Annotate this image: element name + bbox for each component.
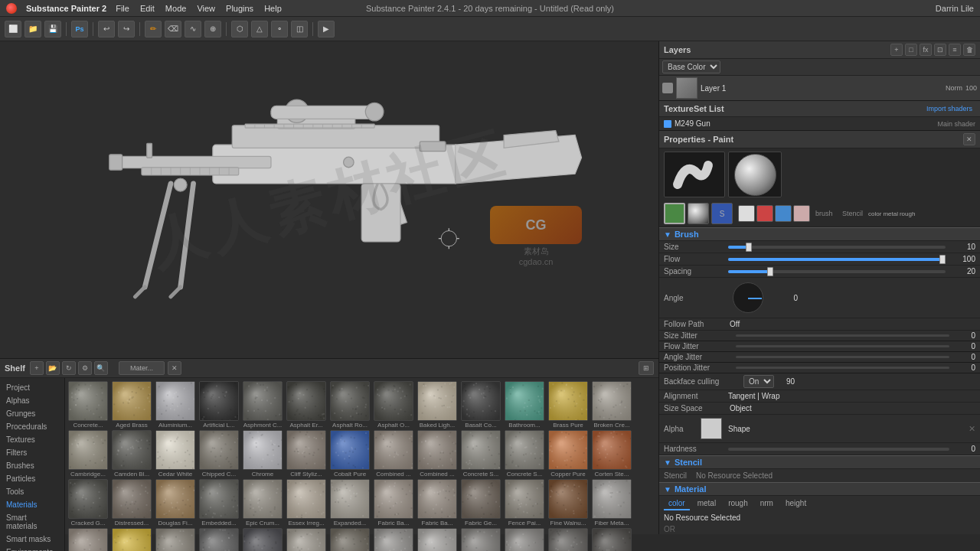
material-item-43[interactable]: Gunmetal ... xyxy=(243,528,285,551)
material-item-14[interactable]: Camden Bl... xyxy=(112,430,154,478)
material-item-45[interactable]: Hardened... xyxy=(330,528,372,551)
shelf-nav-filters[interactable]: Filters xyxy=(0,446,64,459)
material-item-37[interactable]: Fine Walnu... xyxy=(548,479,590,527)
shelf-material-filter[interactable]: Mater... xyxy=(119,361,165,375)
material-item-49[interactable]: Iron Grinded xyxy=(505,528,547,551)
material-item-4[interactable]: Asphmont C... xyxy=(243,381,285,429)
shelf-nav-procedurals[interactable]: Procedurals xyxy=(0,420,64,433)
brush-toggle[interactable]: ▼ xyxy=(664,230,671,239)
material-item-50[interactable]: Iron Hamm... xyxy=(548,528,590,551)
material-item-1[interactable]: Aged Brass xyxy=(112,381,154,429)
material-tab-height[interactable]: height xyxy=(781,497,811,510)
shelf-nav-environments[interactable]: Environments xyxy=(0,546,64,551)
menu-edit[interactable]: Edit xyxy=(140,4,155,13)
material-item-46[interactable]: Iron Brushed xyxy=(374,528,416,551)
shelf-content[interactable]: Concrete...Aged BrassAluminium...Artific… xyxy=(65,378,658,551)
toolbar-new[interactable]: ⬜ xyxy=(5,21,21,37)
blend-mode-select[interactable]: Base Color Normal Multiply xyxy=(662,60,720,73)
material-item-8[interactable]: Baked Ligh... xyxy=(417,381,459,429)
shelf-nav-project[interactable]: Project xyxy=(0,381,64,394)
material-item-40[interactable]: Gold Pure xyxy=(112,528,154,551)
material-item-2[interactable]: Aluminium... xyxy=(155,381,198,429)
material-item-9[interactable]: Basalt Co... xyxy=(461,381,503,429)
layers-filter-btn[interactable]: ≡ xyxy=(949,44,961,56)
layers-effects-btn[interactable]: fx xyxy=(920,44,932,56)
shelf-grid-toggle[interactable]: ⊞ xyxy=(639,361,654,375)
flow-slider[interactable] xyxy=(728,258,946,261)
shelf-nav-smart-materials[interactable]: Smart materials xyxy=(0,511,64,533)
material-item-5[interactable]: Asphalt Er... xyxy=(286,381,328,429)
material-item-51[interactable]: Iron Powd... xyxy=(592,528,634,551)
material-item-47[interactable]: Iron Galva... xyxy=(417,528,459,551)
material-item-13[interactable]: Cambridge... xyxy=(68,430,110,478)
stencil-toggle[interactable]: ▼ xyxy=(664,458,671,467)
menu-plugins[interactable]: Plugins xyxy=(226,4,253,13)
menu-file[interactable]: File xyxy=(116,4,129,13)
material-item-24[interactable]: Copper Pure xyxy=(548,430,590,478)
shelf-folder-btn[interactable]: 📂 xyxy=(46,361,60,375)
material-tab-rough[interactable]: rough xyxy=(724,497,753,510)
toolbar-save[interactable]: 💾 xyxy=(44,21,61,37)
material-item-18[interactable]: Cliff Styliz... xyxy=(286,430,328,478)
material-item-35[interactable]: Fabric Ge... xyxy=(461,479,503,527)
material-item-38[interactable]: Fiber Meta... xyxy=(592,479,634,527)
shelf-settings-btn[interactable]: ⚙ xyxy=(78,361,92,375)
material-item-22[interactable]: Concrete S... xyxy=(461,430,503,478)
toolbar-open[interactable]: 📁 xyxy=(24,21,41,37)
material-tab-color[interactable]: color xyxy=(664,497,690,510)
swatch-white[interactable] xyxy=(738,205,755,222)
toolbar-geometry[interactable]: ◫ xyxy=(291,21,308,37)
channel-brush-icon[interactable] xyxy=(664,203,685,224)
material-item-12[interactable]: Broken Cre... xyxy=(592,381,634,429)
swatch-blue[interactable] xyxy=(775,205,792,222)
material-item-16[interactable]: Chipped C... xyxy=(199,430,241,478)
import-shaders-btn[interactable]: Import shaders xyxy=(923,103,975,114)
hardness-slider[interactable] xyxy=(728,448,949,451)
material-item-11[interactable]: Brass Pure xyxy=(548,381,590,429)
flow-slider-handle[interactable] xyxy=(939,255,946,264)
backface-culling-select[interactable]: OnOff xyxy=(743,375,774,388)
swatch-red[interactable] xyxy=(756,205,773,222)
material-item-0[interactable]: Concrete... xyxy=(68,381,110,429)
toolbar-ps[interactable]: Ps xyxy=(71,21,88,37)
material-item-41[interactable]: Gravel xyxy=(155,528,198,551)
material-item-39[interactable]: Glazed He... xyxy=(68,528,110,551)
material-item-31[interactable]: Essex Irreg... xyxy=(286,479,328,527)
size-slider[interactable] xyxy=(728,246,946,249)
layers-delete-btn[interactable]: 🗑 xyxy=(963,44,975,56)
layers-group-btn[interactable]: □ xyxy=(905,44,917,56)
toolbar-brush[interactable]: ✏ xyxy=(145,21,162,37)
shelf-search-btn[interactable]: 🔍 xyxy=(94,361,108,375)
shelf-nav-alphas[interactable]: Alphas xyxy=(0,394,64,407)
viewport[interactable]: 人人素材社区 xyxy=(0,41,658,358)
shelf-nav-particles[interactable]: Particles xyxy=(0,472,64,485)
toolbar-render[interactable]: ▶ xyxy=(318,21,335,37)
material-item-7[interactable]: Asphalt O... xyxy=(374,381,416,429)
menu-mode[interactable]: Mode xyxy=(165,4,187,13)
shelf-nav-grunges[interactable]: Grunges xyxy=(0,407,64,420)
toolbar-clone[interactable]: ⊕ xyxy=(204,21,221,37)
material-item-44[interactable]: Gunston Ir... xyxy=(286,528,328,551)
material-tab-metal[interactable]: metal xyxy=(693,497,720,510)
layers-add-btn[interactable]: + xyxy=(890,44,903,56)
angle-widget[interactable] xyxy=(733,282,763,313)
channel-sphere-icon[interactable] xyxy=(688,203,709,224)
toolbar-smudge[interactable]: ∿ xyxy=(185,21,201,37)
material-item-15[interactable]: Cedar White xyxy=(155,430,198,478)
swatch-pink[interactable] xyxy=(793,205,810,222)
material-item-21[interactable]: Combined ... xyxy=(417,430,459,478)
material-item-19[interactable]: Cobalt Pure xyxy=(330,430,372,478)
toolbar-select2[interactable]: △ xyxy=(251,21,268,37)
material-item-17[interactable]: Chrome xyxy=(243,430,285,478)
shelf-nav-tools[interactable]: Tools xyxy=(0,485,64,498)
material-item-26[interactable]: Cracked G... xyxy=(68,479,110,527)
material-item-3[interactable]: Artificial L... xyxy=(199,381,241,429)
material-item-28[interactable]: Douglas Fi... xyxy=(155,479,198,527)
material-item-27[interactable]: Distressed... xyxy=(112,479,154,527)
material-item-34[interactable]: Fabric Ba... xyxy=(417,479,459,527)
toolbar-eraser[interactable]: ⌫ xyxy=(165,21,181,37)
size-slider-handle[interactable] xyxy=(746,243,752,252)
toolbar-undo[interactable]: ↩ xyxy=(98,21,115,37)
shelf-nav-textures[interactable]: Textures xyxy=(0,433,64,446)
menu-view[interactable]: View xyxy=(197,4,215,13)
